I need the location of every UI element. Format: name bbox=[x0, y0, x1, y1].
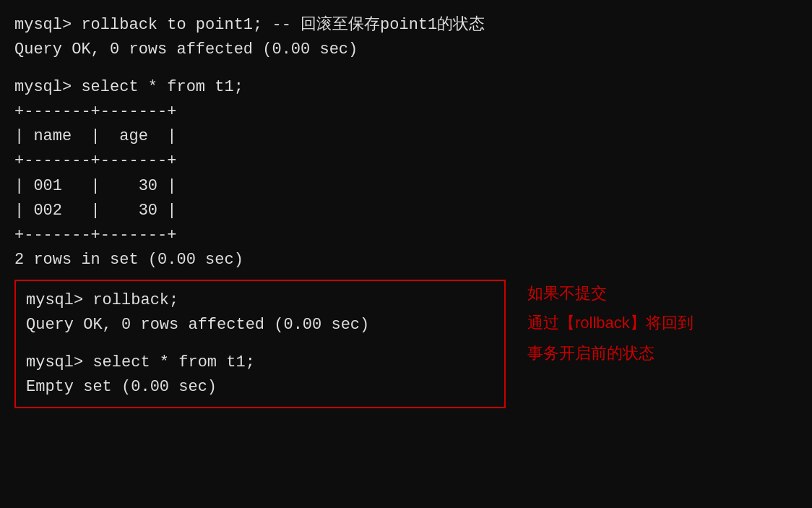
annotation-line-3: 事务开启前的状态 bbox=[527, 340, 694, 366]
line-rollback-to: mysql> rollback to point1; -- 回滚至保存point… bbox=[14, 13, 798, 38]
line-query-ok-1: Query OK, 0 rows affected (0.00 sec) bbox=[14, 38, 798, 62]
bottom-section: mysql> rollback; Query OK, 0 rows affect… bbox=[14, 280, 798, 408]
line-table-row-2: | 002 | 30 | bbox=[14, 199, 798, 223]
line-empty-set: Empty set (0.00 sec) bbox=[26, 375, 494, 400]
annotation-line-2: 通过【rollback】将回到 bbox=[527, 309, 694, 336]
red-box: mysql> rollback; Query OK, 0 rows affect… bbox=[14, 280, 506, 408]
line-table-header: | name | age | bbox=[14, 124, 798, 149]
line-select-2: mysql> select * from t1; bbox=[26, 350, 494, 375]
annotation-block: 如果不提交 通过【rollback】将回到 事务开启前的状态 bbox=[527, 280, 694, 366]
annotation-line-1: 如果不提交 bbox=[527, 280, 694, 306]
line-query-ok-2: Query OK, 0 rows affected (0.00 sec) bbox=[26, 313, 494, 337]
line-table-border-3: +-------+-------+ bbox=[14, 223, 798, 248]
line-table-border-2: +-------+-------+ bbox=[14, 149, 798, 173]
line-table-border-1: +-------+-------+ bbox=[14, 100, 798, 124]
line-table-row-1: | 001 | 30 | bbox=[14, 174, 798, 199]
line-rows-in-set: 2 rows in set (0.00 sec) bbox=[14, 248, 798, 272]
line-select-1: mysql> select * from t1; bbox=[14, 75, 798, 100]
top-section: mysql> rollback to point1; -- 回滚至保存point… bbox=[14, 13, 798, 272]
line-rollback: mysql> rollback; bbox=[26, 288, 494, 313]
terminal-window: mysql> rollback to point1; -- 回滚至保存point… bbox=[0, 0, 812, 508]
